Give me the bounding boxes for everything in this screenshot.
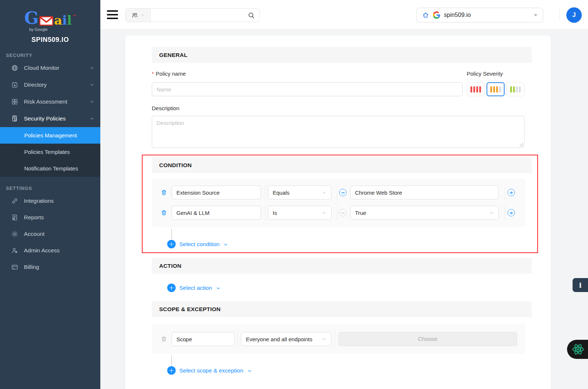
subnav-label: Policies Management [24, 132, 77, 138]
scope-field-select[interactable]: Scope [172, 332, 234, 346]
chevron-down-icon [247, 368, 252, 374]
sidebar-item-billing[interactable]: Billing [0, 259, 100, 275]
condition-row: Extension Source Equals Chrome Web Store [152, 186, 526, 199]
select-condition-button[interactable]: Select condition [167, 240, 228, 248]
add-value-icon[interactable] [508, 209, 515, 216]
search-bar [125, 8, 260, 22]
security-section-title: SECURITY [6, 53, 100, 58]
nav-label: Integrations [24, 198, 54, 204]
settings-section-title: SETTINGS [6, 186, 100, 191]
sidebar-item-security-policies[interactable]: Security Policies [0, 110, 100, 127]
sidebar-item-account[interactable]: Account [0, 226, 100, 242]
admin-person-icon [11, 247, 18, 254]
scope-operator-select[interactable]: Everyone and all endpoints [241, 332, 331, 346]
sidebar-item-integrations[interactable]: Integrations [0, 192, 100, 209]
search-icon[interactable] [248, 12, 255, 19]
policy-name-label: *Policy name [152, 71, 186, 77]
condition-field-select[interactable]: Extension Source [172, 186, 261, 199]
atom-icon [571, 342, 585, 356]
plus-circle-icon [167, 366, 176, 375]
globe-icon [11, 64, 18, 72]
remove-value-icon[interactable] [339, 189, 347, 196]
scope-row: Scope Everyone and all endpoints Choose [152, 332, 526, 346]
chevron-down-icon [322, 210, 327, 215]
logo-letter-i: i [62, 14, 67, 26]
chevron-down-icon [489, 210, 494, 215]
severity-high-button[interactable] [467, 82, 485, 96]
logo-letter-a: a [54, 14, 62, 26]
severity-medium-button[interactable] [487, 82, 505, 96]
sidebar-item-directory[interactable]: Directory [0, 76, 100, 93]
delete-condition-icon[interactable] [161, 189, 167, 196]
avatar[interactable]: J [566, 7, 582, 23]
security-policies-submenu: Policies Management Policies Templates N… [0, 127, 100, 177]
org-name: SPIN509.IO [0, 36, 100, 44]
action-section-header: ACTION [152, 258, 532, 274]
topbar: spin509.io J [100, 0, 588, 30]
add-value-icon[interactable] [508, 189, 515, 196]
select-scope-exception-button[interactable]: Select scope & exception [167, 366, 252, 375]
condition-field-select[interactable]: GenAI & LLM [172, 206, 261, 220]
credit-card-icon [11, 263, 18, 271]
severity-selector [467, 82, 524, 96]
directory-icon [11, 81, 18, 89]
condition-value-select[interactable]: True [350, 206, 499, 220]
remove-value-icon[interactable] [339, 209, 347, 216]
policy-shield-icon [11, 115, 18, 122]
hamburger-menu-button[interactable] [107, 10, 118, 19]
grid-icon [11, 98, 18, 105]
sidebar-item-reports[interactable]: Reports [0, 209, 100, 226]
topbar-divider [559, 9, 560, 21]
subnav-label: Notification Templates [24, 165, 78, 172]
logo-byline: by Google [0, 27, 100, 32]
condition-operator-select[interactable]: Equals [268, 186, 331, 199]
info-button[interactable]: i [573, 278, 588, 292]
gear-icon [11, 230, 18, 238]
users-icon [131, 12, 138, 19]
select-action-button[interactable]: Select action [167, 284, 221, 292]
logo-letter-g: G [24, 10, 39, 26]
policy-form-card: GENERAL *Policy name Policy Severity Des… [125, 36, 551, 389]
sidebar: G a i l ™ by Google SPIN509.IO SECURITY … [0, 0, 100, 389]
logo-letter-l: l [67, 14, 72, 26]
sidebar-item-policies-templates[interactable]: Policies Templates [0, 144, 100, 160]
sidebar-item-policies-management[interactable]: Policies Management [0, 127, 100, 144]
chevron-down-icon [89, 99, 94, 104]
delete-scope-icon[interactable] [161, 336, 167, 342]
nav-label: Security Policies [24, 115, 66, 122]
policy-name-input[interactable] [152, 82, 463, 96]
condition-rows-card: Extension Source Equals Chrome Web Store [152, 179, 526, 227]
chevron-down-icon [216, 286, 221, 291]
chevron-down-icon [322, 337, 327, 342]
sidebar-item-risk-assessment[interactable]: Risk Assessment [0, 93, 100, 110]
plus-circle-icon [167, 284, 176, 292]
nav-label: Cloud Monitor [24, 65, 60, 71]
sidebar-item-admin-access[interactable]: Admin Access [0, 242, 100, 259]
main-content: GENERAL *Policy name Policy Severity Des… [100, 30, 588, 389]
nav-label: Directory [24, 82, 47, 88]
delete-condition-icon[interactable] [161, 209, 167, 216]
logo-trademark: ™ [72, 15, 76, 18]
subnav-label: Policies Templates [24, 149, 70, 155]
policy-severity-label: Policy Severity [467, 71, 503, 77]
chevron-down-icon [140, 13, 145, 18]
search-input[interactable] [151, 8, 259, 22]
nav-label: Admin Access [24, 247, 60, 254]
condition-value-input[interactable]: Chrome Web Store [350, 186, 499, 199]
scope-row-card: Scope Everyone and all endpoints Choose [152, 324, 526, 354]
required-mark: * [152, 71, 154, 77]
plus-circle-icon [167, 240, 176, 248]
condition-operator-select[interactable]: Is [268, 206, 331, 220]
nav-label: Reports [24, 214, 44, 221]
severity-low-button[interactable] [506, 82, 524, 96]
sidebar-item-cloud-monitor[interactable]: Cloud Monitor [0, 60, 100, 76]
chevron-down-icon [322, 190, 327, 195]
domain-selector[interactable]: spin509.io [416, 8, 543, 22]
extension-widget-button[interactable] [567, 340, 588, 359]
link-icon [11, 197, 18, 205]
connector-line [171, 355, 172, 365]
description-textarea[interactable] [152, 116, 524, 148]
gmail-logo: G a i l ™ by Google [0, 0, 100, 32]
search-category-dropdown[interactable] [126, 8, 151, 22]
sidebar-item-notification-templates[interactable]: Notification Templates [0, 160, 100, 177]
